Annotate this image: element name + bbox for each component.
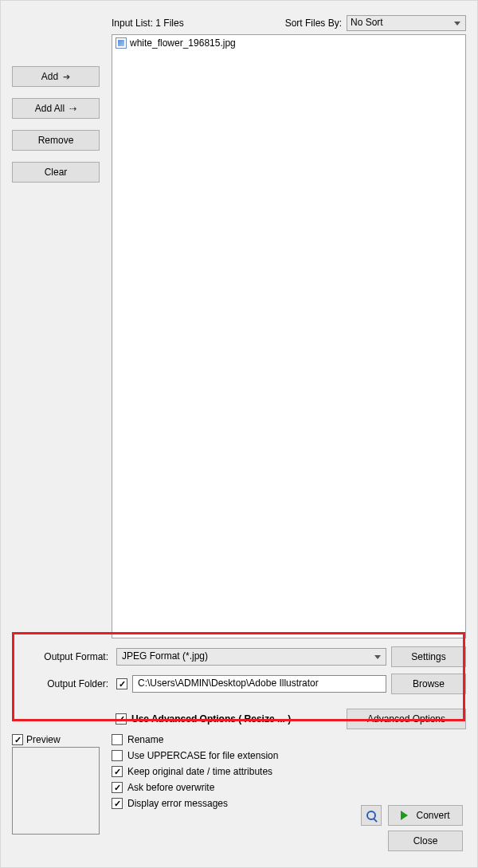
magnifier-icon	[366, 811, 376, 820]
output-format-row: Output Format: JPEG Format (*.jpg) Setti…	[12, 646, 466, 667]
advanced-options-button-label: Advanced Options	[367, 713, 445, 725]
file-list[interactable]: white_flower_196815.jpg	[112, 34, 466, 638]
advanced-options-label: Use Advanced Options ( Resize ... )	[131, 713, 291, 725]
uppercase-checkbox[interactable]	[112, 750, 123, 761]
left-button-column: Add ➔ Add All ⇢ Remove Clear	[12, 34, 112, 638]
batch-dialog: Input List: 1 Files Sort Files By: No So…	[0, 0, 478, 868]
input-list-label: Input List: 1 Files	[112, 18, 184, 29]
browse-button-label: Browse	[413, 678, 445, 689]
preview-label: Preview	[26, 734, 61, 745]
ask-overwrite-checkbox[interactable]	[112, 782, 123, 793]
add-button[interactable]: Add ➔	[12, 66, 100, 87]
advanced-options-checkbox[interactable]	[116, 713, 127, 725]
sort-value: No Sort	[351, 17, 383, 28]
rename-label: Rename	[127, 734, 163, 745]
file-name: white_flower_196815.jpg	[130, 37, 236, 49]
main-row: Add ➔ Add All ⇢ Remove Clear white_flowe…	[12, 34, 466, 638]
keep-date-checkbox[interactable]	[112, 766, 123, 777]
output-folder-checkbox[interactable]	[116, 678, 127, 689]
clear-button-label: Clear	[45, 167, 68, 178]
preview-magnify-button[interactable]	[361, 805, 382, 826]
play-icon	[401, 811, 408, 820]
add-all-button[interactable]: Add All ⇢	[12, 98, 100, 119]
display-errors-checkbox[interactable]	[112, 798, 123, 809]
arrow-right-dashed-icon: ⇢	[69, 104, 76, 113]
list-item[interactable]: white_flower_196815.jpg	[114, 37, 464, 49]
display-errors-label: Display error messages	[127, 798, 228, 809]
output-format-select[interactable]: JPEG Format (*.jpg)	[116, 648, 386, 666]
output-format-value: JPEG Format (*.jpg)	[122, 650, 208, 662]
advanced-options-button[interactable]: Advanced Options	[347, 709, 466, 729]
add-button-label: Add	[41, 71, 58, 82]
convert-button-label: Convert	[416, 810, 449, 821]
bottom-buttons: Convert Close	[361, 805, 463, 851]
preview-thumbnail	[12, 747, 100, 835]
image-file-icon	[116, 37, 127, 49]
ask-overwrite-label: Ask before overwrite	[127, 782, 214, 793]
arrow-right-icon: ➔	[63, 73, 70, 81]
output-folder-input[interactable]: C:\Users\ADMIN\Desktop\Adobe Illustrator	[132, 675, 386, 693]
add-all-button-label: Add All	[35, 103, 65, 114]
output-folder-row: Output Folder: C:\Users\ADMIN\Desktop\Ad…	[12, 674, 466, 694]
preview-column: Preview	[12, 734, 112, 835]
sort-select[interactable]: No Sort	[347, 15, 466, 31]
settings-button[interactable]: Settings	[391, 646, 466, 667]
rename-checkbox[interactable]	[112, 734, 123, 745]
remove-button[interactable]: Remove	[12, 130, 100, 151]
close-button-label: Close	[413, 835, 438, 846]
options-column: Rename Use UPPERCASE for file extension …	[112, 734, 466, 809]
keep-date-label: Keep original date / time attributes	[127, 766, 272, 777]
convert-button[interactable]: Convert	[388, 805, 463, 826]
output-folder-value: C:\Users\ADMIN\Desktop\Adobe Illustrator	[138, 678, 319, 689]
settings-button-label: Settings	[411, 651, 445, 662]
clear-button[interactable]: Clear	[12, 162, 100, 183]
uppercase-label: Use UPPERCASE for file extension	[127, 750, 278, 761]
browse-button[interactable]: Browse	[391, 674, 466, 694]
output-folder-label: Output Folder:	[12, 678, 112, 689]
close-button[interactable]: Close	[388, 831, 463, 851]
output-format-label: Output Format:	[12, 651, 112, 662]
preview-checkbox[interactable]	[12, 734, 23, 745]
remove-button-label: Remove	[38, 135, 74, 146]
sort-label: Sort Files By:	[285, 18, 342, 29]
header-row: Input List: 1 Files Sort Files By: No So…	[112, 15, 466, 31]
advanced-row: Use Advanced Options ( Resize ... ) Adva…	[12, 709, 466, 729]
